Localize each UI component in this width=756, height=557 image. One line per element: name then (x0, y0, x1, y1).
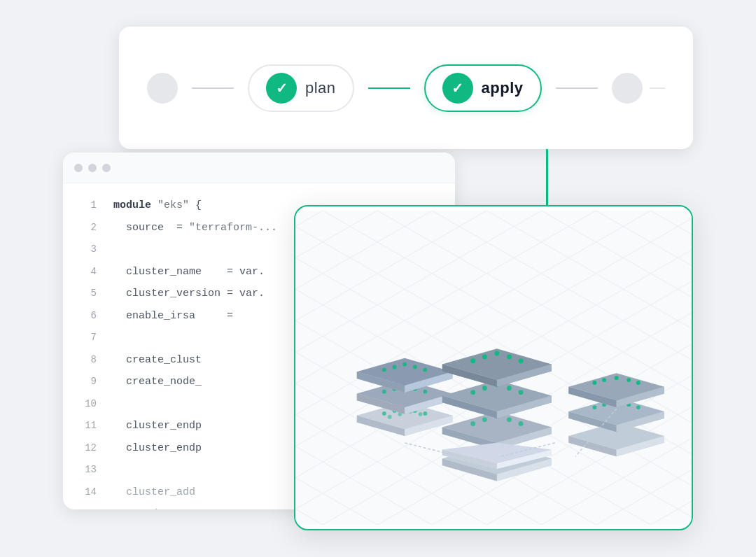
svg-point-53 (507, 386, 512, 390)
svg-point-10 (423, 411, 427, 416)
plan-label: plan (305, 79, 336, 97)
svg-point-6 (382, 411, 386, 416)
plan-step: ✓ plan (248, 64, 354, 112)
svg-point-29 (393, 365, 397, 369)
step-4-circle (612, 73, 643, 104)
apply-check-circle: ✓ (442, 73, 473, 104)
pipeline-card: ✓ plan ✓ apply (119, 27, 693, 149)
main-scene: ✓ plan ✓ apply 1 module (63, 27, 693, 530)
svg-point-72 (593, 405, 597, 409)
svg-point-50 (470, 390, 475, 395)
apply-step: ✓ apply (424, 64, 542, 112)
editor-header (63, 153, 455, 183)
connector-3 (556, 87, 598, 89)
svg-point-82 (602, 378, 606, 382)
dot-1 (74, 164, 83, 172)
infra-visualization-card (294, 205, 693, 530)
step-1-circle (147, 73, 178, 104)
svg-point-61 (494, 351, 499, 356)
svg-point-85 (636, 381, 640, 385)
connector-4 (650, 87, 665, 89)
svg-point-32 (423, 368, 427, 372)
svg-point-81 (593, 381, 597, 385)
svg-point-42 (482, 417, 487, 422)
infra-svg (295, 206, 692, 529)
svg-point-30 (402, 362, 407, 367)
svg-point-60 (482, 354, 487, 359)
dot-3 (102, 164, 111, 172)
svg-point-41 (470, 421, 475, 426)
connector-2 (368, 87, 410, 89)
svg-point-14 (419, 412, 423, 416)
svg-point-11 (388, 415, 392, 419)
connector-1 (192, 87, 234, 89)
dot-2 (88, 164, 97, 172)
svg-point-45 (519, 421, 524, 426)
svg-point-19 (382, 390, 386, 394)
plan-check-circle: ✓ (266, 73, 297, 104)
vertical-connector (546, 149, 548, 212)
svg-point-44 (507, 417, 512, 422)
infra-scene (295, 206, 692, 529)
svg-point-76 (636, 405, 640, 409)
svg-point-23 (423, 390, 427, 394)
svg-point-54 (519, 390, 524, 395)
svg-point-62 (507, 354, 512, 359)
svg-point-84 (626, 378, 631, 382)
svg-point-83 (615, 376, 619, 380)
apply-check-icon: ✓ (451, 80, 463, 97)
svg-point-28 (382, 368, 386, 372)
apply-label: apply (482, 79, 524, 97)
plan-check-icon: ✓ (276, 80, 288, 97)
svg-point-63 (519, 358, 524, 363)
svg-point-59 (470, 358, 475, 363)
svg-point-51 (482, 386, 487, 390)
svg-point-31 (413, 365, 417, 369)
